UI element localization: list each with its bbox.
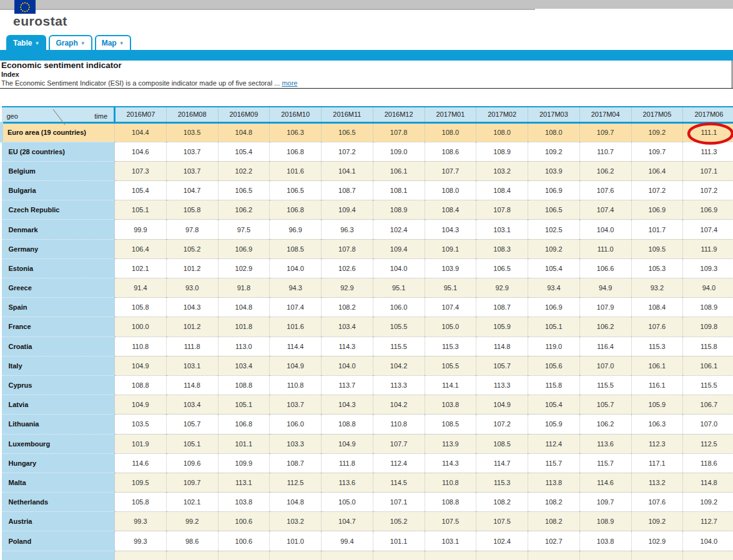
column-header-2017M02[interactable]: 2017M02	[476, 107, 528, 122]
value-cell: 113.3	[373, 375, 425, 395]
value-cell: 115.3	[476, 473, 528, 492]
value-cell: 114.1	[425, 375, 476, 395]
row-header-Cyprus[interactable]: Cyprus	[2, 375, 115, 395]
value-cell: 111.1	[683, 122, 733, 142]
dropdown-caret-icon: ▼	[81, 41, 86, 46]
row-header-Spain[interactable]: Spain	[2, 298, 115, 317]
value-cell: 105.1	[115, 200, 167, 220]
value-cell: 97.8	[166, 220, 218, 239]
row-header-EU (28 countries)[interactable]: EU (28 countries)	[2, 142, 115, 161]
value-cell: 104.8	[218, 122, 270, 142]
row-header-Bulgaria[interactable]: Bulgaria	[2, 181, 115, 200]
value-cell: 107.4	[425, 298, 476, 317]
table-row-Denmark: Denmark99.997.897.596.996.3102.4104.3103…	[2, 220, 733, 239]
row-header-Belgium[interactable]: Belgium	[2, 161, 115, 180]
value-cell: 100.0	[115, 317, 167, 336]
divider-line	[0, 88, 733, 89]
row-header-Germany[interactable]: Germany	[2, 239, 115, 258]
row-header-Hungary[interactable]: Hungary	[2, 453, 115, 473]
row-header-Malta[interactable]: Malta	[2, 473, 115, 492]
value-cell: 114.3	[425, 453, 476, 473]
column-header-2017M03[interactable]: 2017M03	[528, 107, 580, 122]
dropdown-caret-icon: ▼	[119, 41, 124, 46]
row-header-Lithuania[interactable]: Lithuania	[2, 415, 115, 434]
column-header-2016M12[interactable]: 2016M12	[373, 107, 425, 122]
column-header-2017M01[interactable]: 2017M01	[425, 107, 476, 122]
value-cell: 91.8	[218, 278, 270, 298]
value-cell	[218, 551, 270, 560]
value-cell: 101.8	[218, 317, 270, 336]
row-header-Denmark[interactable]: Denmark	[2, 220, 115, 239]
value-cell: 93.2	[631, 278, 683, 298]
value-cell: 108.7	[322, 181, 373, 200]
value-cell	[476, 551, 528, 560]
value-cell	[115, 551, 167, 560]
row-header-Latvia[interactable]: Latvia	[2, 395, 115, 415]
value-cell: 113.6	[322, 473, 373, 492]
value-cell: 107.6	[579, 181, 631, 200]
value-cell: 108.8	[425, 493, 476, 512]
value-cell: 100.6	[218, 512, 270, 531]
value-cell: 98.6	[166, 531, 218, 551]
row-header-Poland[interactable]: Poland	[2, 531, 115, 551]
value-cell: 105.4	[528, 258, 580, 278]
tab-graph[interactable]: Graph ▼	[49, 35, 92, 50]
row-header-Netherlands[interactable]: Netherlands	[2, 493, 115, 512]
row-header-Czech Republic[interactable]: Czech Republic	[2, 200, 115, 220]
column-header-2017M05[interactable]: 2017M05	[631, 107, 683, 122]
column-header-2016M11[interactable]: 2016M11	[322, 107, 373, 122]
table-row-Bulgaria: Bulgaria105.4104.7106.5106.5108.7108.110…	[2, 181, 733, 200]
row-header-Estonia[interactable]: Estonia	[2, 258, 115, 278]
row-header-Croatia[interactable]: Croatia	[2, 336, 115, 356]
row-header-Luxembourg[interactable]: Luxembourg	[2, 434, 115, 453]
value-cell: 103.4	[218, 356, 270, 375]
value-cell: 110.8	[115, 336, 167, 356]
column-header-2017M06[interactable]: 2017M06	[683, 107, 733, 122]
value-cell: 106.9	[683, 200, 733, 220]
value-cell: 109.2	[631, 512, 683, 531]
value-cell: 104.8	[270, 493, 322, 512]
value-cell: 113.0	[218, 336, 270, 356]
table-row-Poland: Poland99.398.6100.6101.099.4101.1103.110…	[2, 531, 733, 551]
value-cell: 104.0	[579, 220, 631, 239]
tab-map[interactable]: Map ▼	[95, 35, 131, 50]
more-link[interactable]: more	[282, 79, 297, 87]
value-cell: 108.8	[218, 375, 270, 395]
column-header-2016M08[interactable]: 2016M08	[166, 107, 218, 122]
value-cell: 103.8	[218, 493, 270, 512]
row-header-Greece[interactable]: Greece	[2, 278, 115, 298]
column-header-2017M04[interactable]: 2017M04	[579, 107, 631, 122]
column-header-2016M09[interactable]: 2016M09	[218, 107, 270, 122]
value-cell: 107.4	[683, 220, 733, 239]
value-cell: 115.5	[579, 375, 631, 395]
value-cell: 105.8	[115, 298, 167, 317]
value-cell: 100.6	[218, 531, 270, 551]
eurostat-data-browser: eurostat Table ▼ Graph ▼ Map ▼ Economic …	[0, 0, 733, 560]
table-row-Hungary: Hungary114.6109.6109.9108.7111.8112.4114…	[2, 453, 733, 473]
table-row-Germany: Germany106.4105.2106.9108.5107.8109.4109…	[2, 239, 733, 258]
value-cell: 107.2	[683, 181, 733, 200]
value-cell: 99.4	[322, 531, 373, 551]
row-header-France[interactable]: France	[2, 317, 115, 336]
row-header-empty	[2, 551, 115, 560]
value-cell: 106.1	[683, 356, 733, 375]
value-cell	[631, 551, 683, 560]
value-cell: 107.1	[683, 161, 733, 180]
value-cell: 106.5	[322, 122, 373, 142]
tab-table[interactable]: Table ▼	[6, 35, 46, 50]
value-cell: 105.9	[631, 395, 683, 415]
value-cell: 99.2	[166, 512, 218, 531]
value-cell: 104.0	[683, 531, 733, 551]
row-header-Austria[interactable]: Austria	[2, 512, 115, 531]
value-cell: 116.1	[631, 375, 683, 395]
column-header-2016M07[interactable]: 2016M07	[115, 107, 167, 122]
value-cell: 106.9	[528, 298, 580, 317]
value-cell: 109.0	[373, 142, 425, 161]
value-cell: 108.0	[476, 122, 528, 142]
value-cell: 107.4	[579, 200, 631, 220]
column-header-2016M10[interactable]: 2016M10	[270, 107, 322, 122]
row-header-Italy[interactable]: Italy	[2, 356, 115, 375]
value-cell: 112.4	[373, 453, 425, 473]
value-cell: 99.3	[115, 531, 167, 551]
value-cell: 102.2	[218, 161, 270, 180]
